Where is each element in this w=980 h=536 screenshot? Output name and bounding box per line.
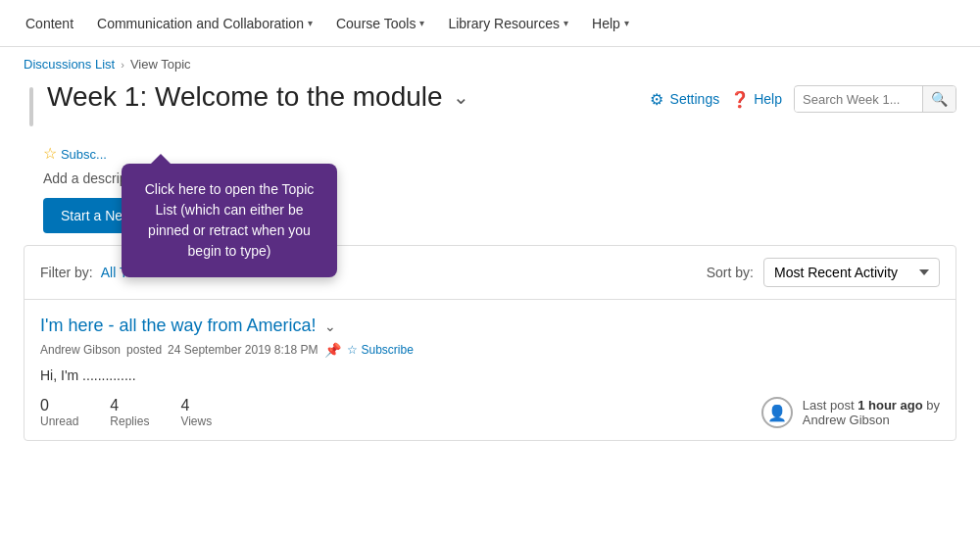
thread-title[interactable]: I'm here - all the way from America! ⌄ [40, 316, 940, 336]
last-post-text: Last post 1 hour ago by Andrew Gibson [803, 398, 940, 427]
subscribe-link[interactable]: Subsc... [61, 147, 107, 162]
last-post-avatar: 👤 [761, 397, 793, 428]
breadcrumb-current: View Topic [130, 57, 191, 72]
pin-icon: 📌 [324, 342, 341, 358]
nav-help[interactable]: Help ▾ [582, 10, 639, 37]
top-navigation: Content Communication and Collaboration … [0, 0, 980, 47]
sort-label: Sort by: [707, 265, 754, 280]
page-header: Week 1: Welcome to the module ⌄ ⚙ Settin… [0, 77, 980, 136]
thread-body: Hi, I'm .............. [40, 367, 940, 383]
header-left: Week 1: Welcome to the module ⌄ [24, 77, 469, 136]
breadcrumb: Discussions List › View Topic [0, 47, 980, 77]
breadcrumb-separator: › [121, 59, 124, 71]
nav-content[interactable]: Content [16, 10, 83, 37]
gear-icon: ⚙ [648, 90, 665, 108]
stats-left: 0 Unread 4 Replies 4 Views [40, 397, 212, 428]
nav-course-tools[interactable]: Course Tools ▾ [326, 10, 434, 37]
last-post: 👤 Last post 1 hour ago by Andrew Gibson [761, 397, 940, 428]
tooltip-box: Click here to open the Topic List (which… [122, 164, 337, 277]
thread-title-chevron-icon: ⌄ [324, 318, 336, 334]
chevron-down-icon: ▾ [624, 18, 629, 28]
nav-library-resources[interactable]: Library Resources ▾ [438, 10, 578, 37]
replies-stat: 4 Replies [110, 397, 149, 428]
page-title: Week 1: Welcome to the module ⌄ [47, 81, 469, 113]
unread-stat: 0 Unread [40, 397, 78, 428]
header-actions: ⚙ Settings ❓ Help 🔍 [648, 85, 956, 113]
star-icon: ☆ [347, 343, 358, 357]
thread-stats: 0 Unread 4 Replies 4 Views 👤 Last post 1… [40, 397, 940, 428]
search-box: 🔍 [794, 85, 956, 113]
views-stat: 4 Views [180, 397, 212, 428]
subscribe-area: ☆ Subsc... Click here to open the Topic … [0, 136, 980, 167]
thread-subscribe-link[interactable]: ☆ Subscribe [347, 343, 414, 357]
sort-area: Sort by: Most Recent ActivityDate Posted… [707, 258, 940, 287]
help-icon: ❓ [731, 90, 749, 108]
nav-communication[interactable]: Communication and Collaboration ▾ [87, 10, 322, 37]
help-button[interactable]: ❓ Help [731, 90, 782, 108]
tooltip-wrapper: ☆ Subsc... Click here to open the Topic … [43, 144, 107, 163]
thread-meta: Andrew Gibson posted 24 September 2019 8… [40, 342, 940, 358]
sort-select[interactable]: Most Recent ActivityDate PostedAlphabeti… [763, 258, 940, 287]
search-input[interactable] [795, 87, 922, 112]
chevron-down-icon: ▾ [308, 18, 313, 28]
chevron-down-icon: ▾ [564, 18, 568, 28]
topic-list-toggle[interactable] [24, 77, 39, 136]
toggle-bar [29, 87, 33, 126]
title-chevron-icon[interactable]: ⌄ [453, 85, 469, 109]
filter-label: Filter by: [40, 265, 93, 280]
star-icon[interactable]: ☆ [43, 145, 57, 162]
search-button[interactable]: 🔍 [922, 86, 956, 112]
chevron-down-icon: ▾ [419, 18, 424, 28]
settings-button[interactable]: ⚙ Settings [648, 90, 720, 108]
breadcrumb-discussions-link[interactable]: Discussions List [24, 57, 115, 72]
thread-item: I'm here - all the way from America! ⌄ A… [24, 300, 956, 440]
